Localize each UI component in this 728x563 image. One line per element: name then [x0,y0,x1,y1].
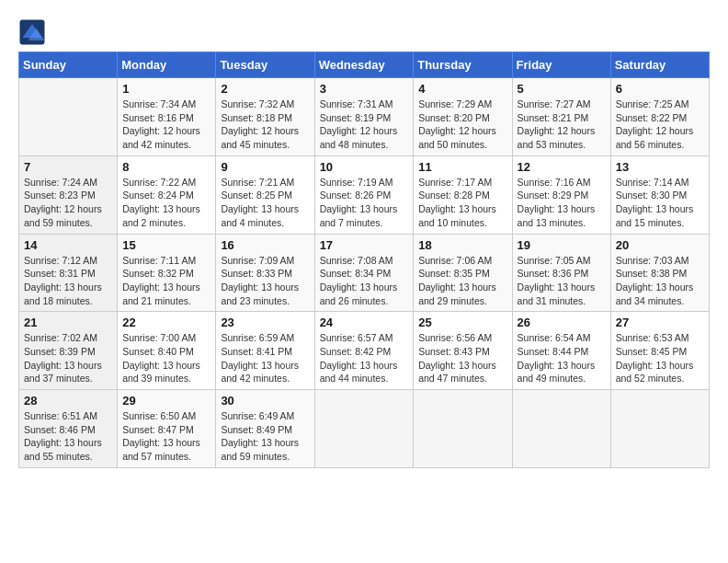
day-info: Sunrise: 7:08 AM Sunset: 8:34 PM Dayligh… [320,254,409,308]
calendar-cell: 11Sunrise: 7:17 AM Sunset: 8:28 PM Dayli… [414,155,512,234]
calendar-cell: 15Sunrise: 7:11 AM Sunset: 8:32 PM Dayli… [118,234,216,312]
day-number: 16 [221,238,309,252]
calendar-cell: 21Sunrise: 7:02 AM Sunset: 8:39 PM Dayli… [19,312,118,390]
day-info: Sunrise: 7:06 AM Sunset: 8:35 PM Dayligh… [418,254,506,308]
calendar-cell: 3Sunrise: 7:31 AM Sunset: 8:19 PM Daylig… [314,78,414,156]
weekday-header: Monday [118,52,216,78]
calendar-cell: 5Sunrise: 7:27 AM Sunset: 8:21 PM Daylig… [512,78,610,156]
calendar-week-row: 7Sunrise: 7:24 AM Sunset: 8:23 PM Daylig… [19,155,710,234]
calendar-week-row: 14Sunrise: 7:12 AM Sunset: 8:31 PM Dayli… [19,234,710,312]
calendar-cell: 28Sunrise: 6:51 AM Sunset: 8:46 PM Dayli… [19,390,118,468]
day-info: Sunrise: 7:22 AM Sunset: 8:24 PM Dayligh… [122,176,210,230]
day-number: 28 [24,394,112,408]
calendar-cell: 19Sunrise: 7:05 AM Sunset: 8:36 PM Dayli… [512,234,610,312]
weekday-header: Wednesday [314,52,414,78]
day-info: Sunrise: 7:09 AM Sunset: 8:33 PM Dayligh… [221,254,309,308]
day-info: Sunrise: 7:12 AM Sunset: 8:31 PM Dayligh… [24,254,112,308]
day-number: 9 [221,160,309,174]
day-info: Sunrise: 6:49 AM Sunset: 8:49 PM Dayligh… [221,409,309,464]
weekday-header: Saturday [610,52,709,78]
calendar-cell: 4Sunrise: 7:29 AM Sunset: 8:20 PM Daylig… [414,78,512,156]
calendar-cell: 16Sunrise: 7:09 AM Sunset: 8:33 PM Dayli… [216,234,314,312]
day-info: Sunrise: 6:57 AM Sunset: 8:42 PM Dayligh… [320,331,409,385]
day-info: Sunrise: 7:34 AM Sunset: 8:16 PM Dayligh… [122,98,210,152]
calendar-cell: 27Sunrise: 6:53 AM Sunset: 8:45 PM Dayli… [610,312,709,390]
calendar-cell: 2Sunrise: 7:32 AM Sunset: 8:18 PM Daylig… [216,78,314,156]
calendar-cell: 14Sunrise: 7:12 AM Sunset: 8:31 PM Dayli… [19,234,118,312]
day-info: Sunrise: 6:59 AM Sunset: 8:41 PM Dayligh… [221,331,309,385]
day-info: Sunrise: 7:16 AM Sunset: 8:29 PM Dayligh… [518,176,606,230]
calendar-cell [512,390,610,468]
calendar-cell [314,390,414,468]
calendar-cell: 26Sunrise: 6:54 AM Sunset: 8:44 PM Dayli… [512,312,610,390]
calendar-cell: 7Sunrise: 7:24 AM Sunset: 8:23 PM Daylig… [19,155,118,234]
calendar-cell: 6Sunrise: 7:25 AM Sunset: 8:22 PM Daylig… [610,78,709,156]
calendar-week-row: 21Sunrise: 7:02 AM Sunset: 8:39 PM Dayli… [19,312,710,390]
day-number: 22 [122,316,210,329]
calendar-cell: 22Sunrise: 7:00 AM Sunset: 8:40 PM Dayli… [118,312,216,390]
calendar-cell: 23Sunrise: 6:59 AM Sunset: 8:41 PM Dayli… [216,312,314,390]
day-info: Sunrise: 6:50 AM Sunset: 8:47 PM Dayligh… [122,409,210,464]
day-number: 26 [518,316,606,329]
day-number: 4 [418,82,506,96]
day-info: Sunrise: 6:51 AM Sunset: 8:46 PM Dayligh… [24,409,112,464]
day-number: 21 [24,316,112,329]
day-info: Sunrise: 7:02 AM Sunset: 8:39 PM Dayligh… [24,331,112,385]
calendar-cell: 1Sunrise: 7:34 AM Sunset: 8:16 PM Daylig… [118,78,216,156]
logo-icon [18,18,46,46]
weekday-header: Thursday [414,52,512,78]
day-number: 18 [418,238,506,252]
day-info: Sunrise: 7:31 AM Sunset: 8:19 PM Dayligh… [320,98,409,152]
day-info: Sunrise: 7:11 AM Sunset: 8:32 PM Dayligh… [122,254,210,308]
day-number: 13 [616,160,704,174]
day-number: 2 [221,82,309,96]
calendar-cell [19,78,118,156]
calendar-table: SundayMondayTuesdayWednesdayThursdayFrid… [18,52,710,468]
calendar-cell: 29Sunrise: 6:50 AM Sunset: 8:47 PM Dayli… [118,390,216,468]
day-info: Sunrise: 7:05 AM Sunset: 8:36 PM Dayligh… [518,254,606,308]
day-info: Sunrise: 7:17 AM Sunset: 8:28 PM Dayligh… [418,176,506,230]
calendar-cell: 12Sunrise: 7:16 AM Sunset: 8:29 PM Dayli… [512,155,610,234]
weekday-header: Tuesday [216,52,314,78]
day-number: 27 [616,316,704,329]
day-number: 14 [24,238,112,252]
day-info: Sunrise: 7:00 AM Sunset: 8:40 PM Dayligh… [122,331,210,385]
day-info: Sunrise: 7:14 AM Sunset: 8:30 PM Dayligh… [616,176,704,230]
day-info: Sunrise: 6:53 AM Sunset: 8:45 PM Dayligh… [616,331,704,385]
day-number: 7 [24,160,112,174]
day-number: 23 [221,316,309,329]
weekday-header: Sunday [19,52,118,78]
day-number: 10 [320,160,409,174]
calendar-week-row: 28Sunrise: 6:51 AM Sunset: 8:46 PM Dayli… [19,390,710,468]
day-number: 1 [122,82,210,96]
day-info: Sunrise: 6:54 AM Sunset: 8:44 PM Dayligh… [518,331,606,385]
day-number: 20 [616,238,704,252]
calendar-cell: 25Sunrise: 6:56 AM Sunset: 8:43 PM Dayli… [414,312,512,390]
calendar-cell: 13Sunrise: 7:14 AM Sunset: 8:30 PM Dayli… [610,155,709,234]
day-number: 3 [320,82,409,96]
calendar-cell: 9Sunrise: 7:21 AM Sunset: 8:25 PM Daylig… [216,155,314,234]
day-info: Sunrise: 7:29 AM Sunset: 8:20 PM Dayligh… [418,98,506,152]
calendar-cell: 20Sunrise: 7:03 AM Sunset: 8:38 PM Dayli… [610,234,709,312]
day-number: 12 [518,160,606,174]
calendar-cell: 18Sunrise: 7:06 AM Sunset: 8:35 PM Dayli… [414,234,512,312]
calendar-cell: 30Sunrise: 6:49 AM Sunset: 8:49 PM Dayli… [216,390,314,468]
day-number: 17 [320,238,409,252]
day-number: 19 [518,238,606,252]
day-number: 25 [418,316,506,329]
day-number: 6 [616,82,704,96]
day-info: Sunrise: 7:25 AM Sunset: 8:22 PM Dayligh… [616,98,704,152]
calendar-cell [414,390,512,468]
day-number: 15 [122,238,210,252]
day-info: Sunrise: 7:27 AM Sunset: 8:21 PM Dayligh… [518,98,606,152]
weekday-header: Friday [512,52,610,78]
day-info: Sunrise: 6:56 AM Sunset: 8:43 PM Dayligh… [418,331,506,385]
day-info: Sunrise: 7:21 AM Sunset: 8:25 PM Dayligh… [221,176,309,230]
day-info: Sunrise: 7:24 AM Sunset: 8:23 PM Dayligh… [24,176,112,230]
day-number: 11 [418,160,506,174]
day-number: 8 [122,160,210,174]
day-number: 24 [320,316,409,329]
day-number: 30 [221,394,309,408]
logo [18,18,50,46]
day-info: Sunrise: 7:19 AM Sunset: 8:26 PM Dayligh… [320,176,409,230]
